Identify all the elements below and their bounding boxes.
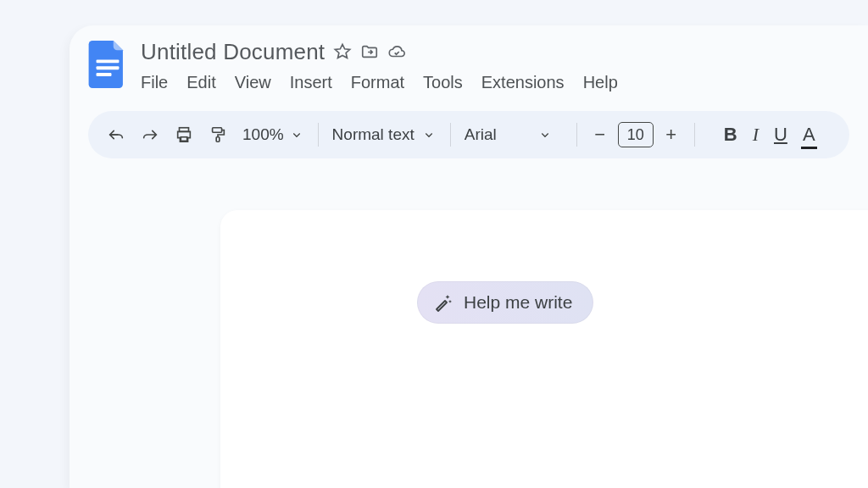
magic-wand-icon <box>433 292 453 313</box>
svg-rect-4 <box>181 137 186 141</box>
help-me-write-label: Help me write <box>464 292 572 313</box>
menu-insert[interactable]: Insert <box>290 73 332 92</box>
text-color-button[interactable]: A <box>803 124 815 146</box>
svg-rect-2 <box>97 73 112 76</box>
print-button[interactable] <box>170 120 198 149</box>
zoom-select[interactable]: 100% <box>242 125 304 144</box>
document-page[interactable]: Help me write <box>220 210 868 488</box>
font-size-decrease[interactable]: − <box>591 124 609 146</box>
app-window: Untitled Document <box>70 25 868 488</box>
font-size-input[interactable]: 10 <box>618 122 654 147</box>
paragraph-style-value: Normal text <box>332 125 415 144</box>
zoom-value: 100% <box>242 125 284 144</box>
undo-button[interactable] <box>102 120 131 149</box>
chevron-down-icon <box>421 127 437 142</box>
title-row: Untitled Document <box>141 37 849 66</box>
svg-rect-1 <box>97 66 120 69</box>
separator <box>318 123 319 147</box>
svg-rect-0 <box>97 59 120 63</box>
cloud-status-icon[interactable] <box>387 42 406 61</box>
separator <box>576 123 577 147</box>
docbar: Untitled Document <box>70 25 868 97</box>
redo-button[interactable] <box>136 120 164 149</box>
menu-tools[interactable]: Tools <box>423 73 463 92</box>
font-size-increase[interactable]: + <box>662 124 681 146</box>
menu-view[interactable]: View <box>235 73 271 92</box>
italic-button[interactable]: I <box>753 124 759 146</box>
chevron-down-icon <box>537 127 553 142</box>
title-block: Untitled Document <box>141 37 849 92</box>
help-me-write-button[interactable]: Help me write <box>417 281 593 324</box>
star-icon[interactable] <box>333 42 352 61</box>
text-format-group: B I U A <box>724 124 815 146</box>
menu-extensions[interactable]: Extensions <box>481 73 565 92</box>
menu-file[interactable]: File <box>141 73 168 92</box>
menu-bar: File Edit View Insert Format Tools Exten… <box>141 73 849 92</box>
svg-rect-5 <box>213 128 222 133</box>
docs-logo[interactable] <box>88 41 127 88</box>
document-title[interactable]: Untitled Document <box>141 39 325 65</box>
menu-format[interactable]: Format <box>351 73 404 92</box>
bold-button[interactable]: B <box>724 124 737 146</box>
paragraph-style-select[interactable]: Normal text <box>332 125 437 144</box>
menu-edit[interactable]: Edit <box>186 73 215 92</box>
toolbar: 100% Normal text Arial − 10 + B I U A <box>88 111 849 158</box>
font-select[interactable]: Arial <box>465 125 553 144</box>
paint-format-button[interactable] <box>203 120 232 149</box>
font-value: Arial <box>465 125 497 144</box>
menu-help[interactable]: Help <box>583 73 618 92</box>
separator <box>450 123 451 147</box>
separator <box>694 123 695 147</box>
font-size-stepper: − 10 + <box>591 122 681 147</box>
chevron-down-icon <box>289 127 304 142</box>
underline-button[interactable]: U <box>774 124 787 146</box>
move-to-folder-icon[interactable] <box>360 42 379 61</box>
svg-rect-6 <box>216 137 220 142</box>
